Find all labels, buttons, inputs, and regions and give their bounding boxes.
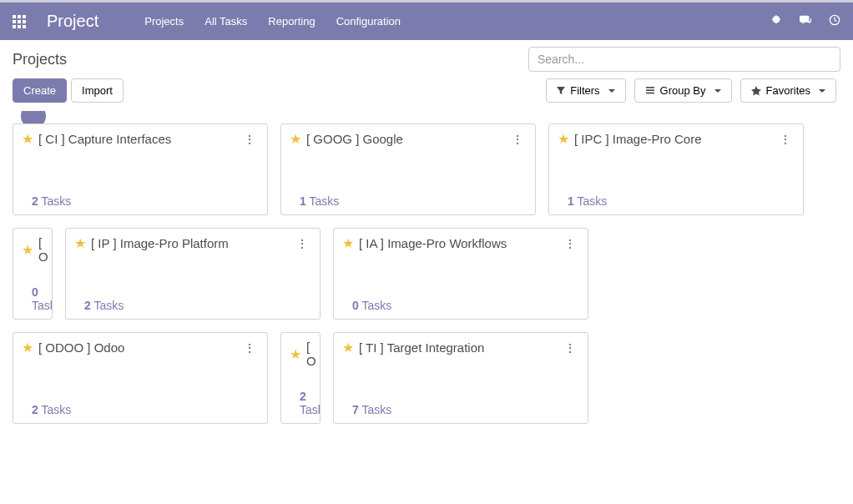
svg-rect-12: [646, 92, 654, 93]
star-icon[interactable]: ★: [290, 346, 301, 362]
card-header: ★[ CI ] Capture Interfaces⋮: [22, 131, 259, 147]
card-header: ★[ TI ] Target Integration⋮: [342, 340, 579, 355]
star-icon[interactable]: ★: [74, 235, 86, 251]
group-by-button[interactable]: Group By: [634, 78, 732, 103]
card-menu-icon[interactable]: ⋮: [776, 133, 795, 146]
star-icon[interactable]: ★: [342, 340, 354, 355]
card-header: ★[ O: [290, 340, 311, 368]
filters-label: Filters: [570, 84, 599, 97]
filter-icon: [557, 87, 565, 95]
task-count: 2: [300, 390, 306, 403]
card-tasks-link[interactable]: 2 Tasks: [22, 194, 259, 208]
star-icon[interactable]: ★: [22, 242, 33, 258]
card-header: ★[ IPC ] Image-Pro Core⋮: [558, 131, 795, 147]
card-tasks-link[interactable]: 2 Tasks: [22, 403, 259, 416]
star-icon: [751, 86, 761, 96]
nav-reporting[interactable]: Reporting: [268, 15, 315, 28]
navbar-right: [770, 14, 840, 28]
caret-down-icon: [819, 89, 825, 93]
app-brand[interactable]: Project: [47, 12, 98, 31]
card-title: [ IP ] Image-Pro Platform: [91, 236, 229, 250]
tasks-label: Tasks: [91, 299, 124, 312]
control-panel-bottom: Create Import Filters Group By: [13, 78, 840, 111]
card-menu-icon[interactable]: ⋮: [240, 133, 259, 146]
favorites-label: Favorites: [766, 84, 810, 97]
project-card[interactable]: ★[ IA ] Image-Pro Workflows⋮0 Tasks: [333, 228, 588, 320]
tasks-label: Tasks: [306, 194, 339, 208]
svg-rect-2: [23, 15, 26, 18]
card-tasks-link[interactable]: 7 Tasks: [342, 403, 579, 416]
card-title: [ CI ] Capture Interfaces: [38, 132, 171, 146]
project-card[interactable]: ★[ TI ] Target Integration⋮7 Tasks: [333, 332, 588, 424]
svg-rect-5: [23, 20, 26, 23]
filters-button[interactable]: Filters: [546, 78, 625, 103]
tasks-label: Tasks: [38, 194, 71, 208]
svg-rect-4: [18, 20, 21, 23]
card-menu-icon[interactable]: ⋮: [240, 341, 259, 355]
bug-icon[interactable]: [770, 14, 782, 28]
project-card[interactable]: ★[ CI ] Capture Interfaces⋮2 Tasks: [13, 123, 268, 215]
task-count: 0: [352, 299, 359, 312]
favorites-button[interactable]: Favorites: [740, 78, 836, 103]
svg-rect-11: [646, 89, 654, 91]
task-count: 7: [352, 403, 359, 416]
card-title: [ O: [306, 340, 316, 368]
svg-rect-0: [13, 15, 16, 18]
star-icon[interactable]: ★: [22, 340, 33, 355]
create-button[interactable]: Create: [13, 78, 67, 103]
svg-rect-10: [646, 87, 654, 88]
tasks-label: Tasks: [574, 194, 607, 208]
project-card[interactable]: ★[ IP ] Image-Pro Platform⋮2 Tasks: [65, 228, 321, 320]
star-icon[interactable]: ★: [558, 131, 569, 147]
tasks-label: Tasks: [32, 299, 53, 312]
caret-down-icon: [608, 89, 615, 93]
card-tasks-link[interactable]: 0 Tasks: [342, 299, 579, 312]
card-header: ★[ GOOG ] Google⋮: [290, 131, 527, 147]
chat-icon[interactable]: [799, 14, 812, 28]
svg-rect-7: [18, 25, 21, 28]
star-icon[interactable]: ★: [22, 131, 33, 147]
list-icon: [645, 87, 655, 95]
control-panel: Projects Create Import Filters Group By: [0, 40, 853, 111]
card-title: [ IA ] Image-Pro Workflows: [359, 236, 507, 250]
card-menu-icon[interactable]: ⋮: [561, 341, 579, 355]
clock-icon[interactable]: [829, 14, 840, 28]
project-card[interactable]: ★[ ODOO ] Odoo⋮2 Tasks: [13, 332, 268, 424]
svg-rect-1: [18, 15, 21, 18]
card-tasks-link[interactable]: 0 Tasks: [22, 285, 43, 312]
apps-icon[interactable]: [13, 15, 26, 28]
nav-all-tasks[interactable]: All Tasks: [204, 15, 247, 28]
svg-rect-3: [13, 20, 16, 23]
nav-projects[interactable]: Projects: [144, 15, 184, 28]
card-title: [ TI ] Target Integration: [359, 340, 484, 355]
import-button[interactable]: Import: [71, 78, 124, 103]
card-header: ★[ IP ] Image-Pro Platform⋮: [74, 235, 311, 251]
card-tasks-link[interactable]: 2 Tasks: [290, 390, 311, 416]
card-menu-icon[interactable]: ⋮: [293, 237, 311, 250]
task-count: 1: [568, 194, 574, 208]
navbar-menu: Projects All Tasks Reporting Configurati…: [144, 15, 401, 28]
breadcrumb: Projects: [13, 51, 67, 68]
group-by-label: Group By: [660, 84, 706, 97]
card-tasks-link[interactable]: 1 Tasks: [290, 194, 527, 208]
tasks-label: Tasks: [359, 403, 391, 416]
tasks-label: Tasks: [38, 403, 71, 416]
card-menu-icon[interactable]: ⋮: [561, 237, 579, 250]
search-input[interactable]: [528, 47, 840, 72]
project-card[interactable]: ★[ IPC ] Image-Pro Core⋮1 Tasks: [548, 123, 804, 215]
card-menu-icon[interactable]: ⋮: [508, 133, 527, 146]
project-card[interactable]: ★[ GOOG ] Google⋮1 Tasks: [280, 123, 536, 215]
task-count: 0: [32, 285, 38, 299]
navbar: Project Projects All Tasks Reporting Con…: [0, 3, 853, 40]
card-tasks-link[interactable]: 1 Tasks: [558, 194, 795, 208]
card-tasks-link[interactable]: 2 Tasks: [74, 299, 311, 312]
project-card[interactable]: ★[ O2 Tasks: [280, 332, 321, 424]
star-icon[interactable]: ★: [342, 235, 354, 251]
project-card[interactable]: ★[ O0 Tasks: [13, 228, 53, 320]
kanban-view: ★[ CI ] Capture Interfaces⋮2 Tasks★[ GOO…: [0, 111, 853, 436]
star-icon[interactable]: ★: [290, 131, 301, 147]
nav-configuration[interactable]: Configuration: [336, 15, 401, 28]
tasks-label: Tasks: [359, 299, 391, 312]
task-count: 2: [32, 194, 38, 208]
card-title: [ IPC ] Image-Pro Core: [574, 132, 702, 146]
